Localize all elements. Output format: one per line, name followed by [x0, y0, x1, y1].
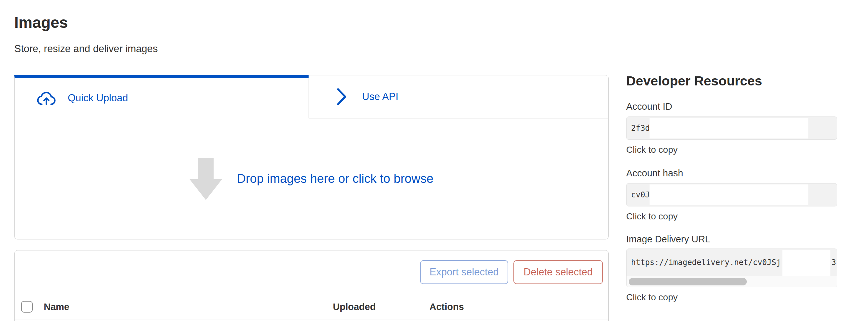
- tab-use-api[interactable]: Use API: [309, 75, 609, 118]
- account-id-field[interactable]: 2f3d: [626, 116, 837, 140]
- main-column: Images Store, resize and deliver images …: [14, 0, 609, 321]
- arrow-down-icon: [190, 158, 222, 200]
- redaction-box: [650, 118, 808, 139]
- account-hash-label: Account hash: [626, 168, 837, 178]
- select-all-checkbox[interactable]: [21, 301, 33, 313]
- upload-tabs: Quick Upload Use API: [14, 75, 609, 118]
- column-header-name: Name: [44, 301, 69, 312]
- tab-quick-upload[interactable]: Quick Upload: [14, 75, 309, 118]
- image-list-card: Export selected Delete selected Name Upl…: [14, 250, 609, 321]
- delete-selected-button[interactable]: Delete selected: [514, 260, 603, 284]
- image-delivery-url-label: Image Delivery URL: [626, 234, 837, 244]
- bulk-actions-bar: Export selected Delete selected: [14, 250, 609, 294]
- drop-zone-label: Drop images here or click to browse: [237, 172, 433, 186]
- image-delivery-url-tail: 3: [831, 258, 836, 267]
- column-header-uploaded: Uploaded: [333, 301, 376, 312]
- tab-quick-upload-label: Quick Upload: [68, 92, 128, 104]
- image-drop-zone[interactable]: Drop images here or click to browse: [14, 118, 609, 240]
- table-header-row: Name Uploaded Actions: [14, 294, 609, 319]
- image-delivery-url-content: https://imagedelivery.net/cv0JSj 3: [626, 249, 837, 276]
- developer-resources-title: Developer Resources: [626, 73, 837, 89]
- url-scrollbar-thumb[interactable]: [629, 278, 747, 285]
- image-delivery-url-value: https://imagedelivery.net/cv0JSj: [631, 258, 781, 267]
- image-delivery-url-field[interactable]: https://imagedelivery.net/cv0JSj 3: [626, 249, 837, 287]
- account-hash-copy-hint: Click to copy: [626, 212, 837, 221]
- redaction-box: [650, 184, 808, 205]
- tab-use-api-label: Use API: [362, 91, 398, 103]
- image-delivery-url-copy-hint: Click to copy: [626, 292, 837, 302]
- account-hash-value: cv0J: [631, 190, 650, 199]
- chevron-right-icon: [336, 87, 347, 106]
- url-horizontal-scrollbar: [626, 276, 837, 287]
- account-hash-field[interactable]: cv0J: [626, 183, 837, 207]
- export-selected-button[interactable]: Export selected: [420, 260, 508, 284]
- account-id-copy-hint: Click to copy: [626, 145, 837, 155]
- account-id-label: Account ID: [626, 102, 837, 111]
- account-id-value: 2f3d: [631, 123, 650, 133]
- column-header-actions: Actions: [430, 301, 464, 312]
- page-subtitle: Store, resize and deliver images: [14, 43, 609, 55]
- cloud-upload-icon: [36, 90, 57, 106]
- developer-resources-panel: Developer Resources Account ID 2f3d Clic…: [626, 0, 837, 302]
- page-title: Images: [14, 15, 609, 30]
- redaction-box: [782, 250, 830, 276]
